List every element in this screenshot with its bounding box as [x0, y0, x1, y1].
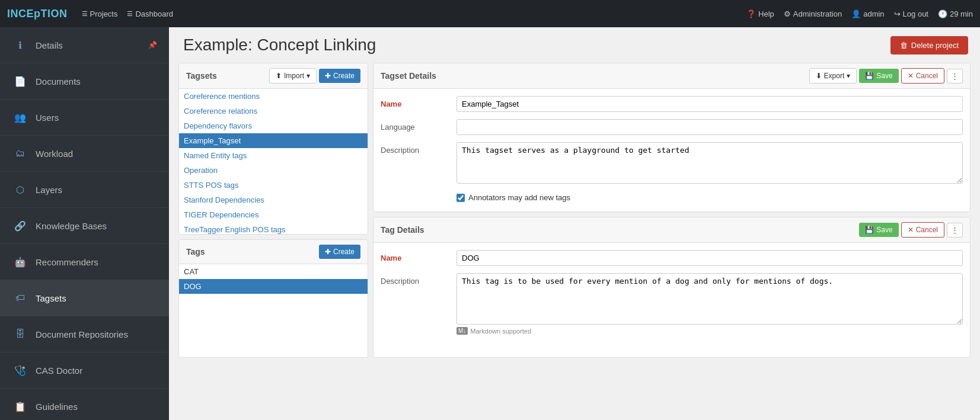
list-item[interactable]: Coreference mentions: [179, 89, 368, 104]
sidebar-label-workload: Workload: [36, 149, 73, 159]
name-label: Name: [381, 96, 452, 108]
tag-details-title: Tag Details: [381, 225, 424, 235]
markdown-note: M↓ Markdown supported: [457, 327, 963, 335]
sidebar-label-recommenders: Recommenders: [36, 257, 98, 267]
name-input[interactable]: [457, 96, 963, 112]
tag-description-label: Description: [381, 273, 452, 286]
tag-name-form-group: Name: [381, 250, 963, 266]
cancel-tagset-button[interactable]: ✕ Cancel: [901, 68, 944, 84]
sidebar-icon-guidelines: 📋: [12, 398, 28, 415]
export-button[interactable]: ⬇ Export ▾: [809, 68, 857, 84]
sidebar-label-tagsets: Tagsets: [36, 293, 66, 303]
main-layout: ℹ Details 📌 📄 Documents 👥 Users 🗂 Worklo…: [0, 27, 980, 420]
sidebar-item-documents[interactable]: 📄 Documents: [0, 63, 169, 100]
sidebar-icon-tagsets: 🏷: [12, 290, 28, 306]
tags-card-header: Tags ✚ Create: [179, 240, 368, 264]
sidebar-item-tagsets[interactable]: 🏷 Tagsets: [0, 280, 169, 316]
list-item[interactable]: TreeTagger English POS tags: [179, 222, 368, 234]
tagset-details-title: Tagset Details: [381, 71, 436, 81]
save-icon: 💾: [865, 72, 874, 80]
navbar-right: ❓ Help ⚙ Administration 👤 admin ↪ Log ou…: [746, 9, 973, 18]
sidebar-label-cas-doctor: CAS Doctor: [36, 366, 82, 376]
tags-card-body: CATDOG: [179, 264, 368, 357]
tag-more-options-button[interactable]: ⋮: [947, 223, 963, 238]
more-options-button[interactable]: ⋮: [947, 69, 963, 84]
admin-link[interactable]: 👤 admin: [851, 9, 884, 18]
list-item[interactable]: Coreference relations: [179, 104, 368, 118]
dashboard-link[interactable]: ☰ Dashboard: [127, 9, 173, 18]
sidebar-icon-workload: 🗂: [12, 145, 28, 162]
sidebar-item-layers[interactable]: ⬡ Layers: [0, 172, 169, 208]
tag-name-input[interactable]: [457, 250, 963, 266]
help-icon: ❓: [746, 9, 756, 18]
description-textarea[interactable]: [457, 142, 963, 184]
import-caret-icon: ▾: [307, 72, 310, 80]
tagsets-list: Coreference mentionsCoreference relation…: [179, 89, 368, 234]
administration-link[interactable]: ⚙ Administration: [784, 9, 842, 18]
tagsets-card: Tagsets ⬆ Import ▾ ✚ Create: [178, 63, 368, 235]
cancel-tag-icon: ✕: [908, 226, 914, 234]
export-icon: ⬇: [816, 72, 822, 80]
sidebar-item-guidelines[interactable]: 📋 Guidelines: [0, 389, 169, 420]
tagsets-card-header: Tagsets ⬆ Import ▾ ✚ Create: [179, 63, 368, 89]
save-tag-button[interactable]: 💾 Save: [859, 223, 898, 237]
sidebar-item-document-repositories[interactable]: 🗄 Document Repositories: [0, 316, 169, 352]
annotators-checkbox[interactable]: [457, 194, 465, 202]
list-item[interactable]: Example_Tagset: [179, 133, 368, 148]
create-tagset-button[interactable]: ✚ Create: [319, 69, 360, 83]
page-title: Example: Concept Linking: [183, 36, 376, 54]
sidebar-label-users: Users: [36, 113, 59, 123]
tag-description-form-group: Description M↓ Markdown supported: [381, 273, 963, 335]
export-caret-icon: ▾: [847, 72, 850, 80]
sidebar-label-documents: Documents: [36, 76, 81, 86]
sidebar-icon-document-repositories: 🗄: [12, 326, 28, 342]
tag-details-header: Tag Details 💾 Save ✕ Cancel ⋮: [374, 217, 970, 243]
sidebar-item-knowledge-bases[interactable]: 🔗 Knowledge Bases: [0, 208, 169, 244]
tagsets-card-body: Coreference mentionsCoreference relation…: [179, 89, 368, 234]
sidebar-item-recommenders[interactable]: 🤖 Recommenders: [0, 244, 169, 280]
list-item[interactable]: CAT: [179, 264, 368, 279]
navbar: INCEpTION ☰ Projects ☰ Dashboard ❓ Help …: [0, 0, 980, 27]
tagsets-title: Tagsets: [186, 71, 217, 81]
save-tag-icon: 💾: [865, 226, 874, 234]
list-item[interactable]: Named Entity tags: [179, 148, 368, 163]
sidebar-label-layers: Layers: [36, 185, 62, 195]
sidebar-label-details: Details: [36, 40, 63, 50]
cancel-icon: ✕: [908, 72, 914, 80]
description-label: Description: [381, 142, 452, 155]
annotators-checkbox-label: Annotators may add new tags: [468, 193, 570, 202]
sidebar-item-cas-doctor[interactable]: 🩺 CAS Doctor: [0, 352, 169, 389]
list-item[interactable]: Dependency flavors: [179, 118, 368, 133]
tags-title: Tags: [186, 247, 205, 257]
tagset-details-buttons: ⬇ Export ▾ 💾 Save ✕ Cancel: [809, 68, 963, 84]
help-link[interactable]: ❓ Help: [746, 9, 774, 18]
language-form-group: Language: [381, 119, 963, 135]
sidebar-item-details[interactable]: ℹ Details 📌: [0, 27, 169, 63]
tag-details-card: Tag Details 💾 Save ✕ Cancel ⋮: [373, 217, 971, 358]
tags-card: Tags ✚ Create CATDOG: [178, 239, 368, 358]
list-item[interactable]: Operation: [179, 163, 368, 178]
tagsets-list-container: Coreference mentionsCoreference relation…: [179, 89, 368, 234]
sidebar: ℹ Details 📌 📄 Documents 👥 Users 🗂 Worklo…: [0, 27, 169, 420]
list-item[interactable]: STTS POS tags: [179, 178, 368, 193]
tag-description-textarea[interactable]: [457, 273, 963, 325]
list-item[interactable]: Stanford Dependencies: [179, 193, 368, 207]
sidebar-item-users[interactable]: 👥 Users: [0, 100, 169, 136]
logout-link[interactable]: ↪ Log out: [894, 9, 928, 18]
sidebar-icon-recommenders: 🤖: [12, 254, 28, 270]
delete-project-button[interactable]: 🗑 Delete project: [890, 36, 968, 54]
brand: INCEpTION: [7, 8, 68, 20]
cancel-tag-button[interactable]: ✕ Cancel: [901, 222, 944, 238]
timer: 🕐 29 min: [938, 9, 973, 18]
projects-link[interactable]: ☰ Projects: [82, 9, 118, 18]
list-item[interactable]: DOG: [179, 279, 368, 294]
logout-icon: ↪: [894, 9, 901, 18]
sidebar-icon-cas-doctor: 🩺: [12, 362, 28, 379]
import-button[interactable]: ⬆ Import ▾: [269, 68, 317, 84]
sidebar-item-workload[interactable]: 🗂 Workload: [0, 136, 169, 172]
language-input[interactable]: [457, 119, 963, 135]
save-tagset-button[interactable]: 💾 Save: [859, 69, 898, 83]
markdown-icon: M↓: [457, 327, 468, 335]
create-tag-button[interactable]: ✚ Create: [319, 245, 360, 259]
list-item[interactable]: TIGER Dependencies: [179, 207, 368, 222]
